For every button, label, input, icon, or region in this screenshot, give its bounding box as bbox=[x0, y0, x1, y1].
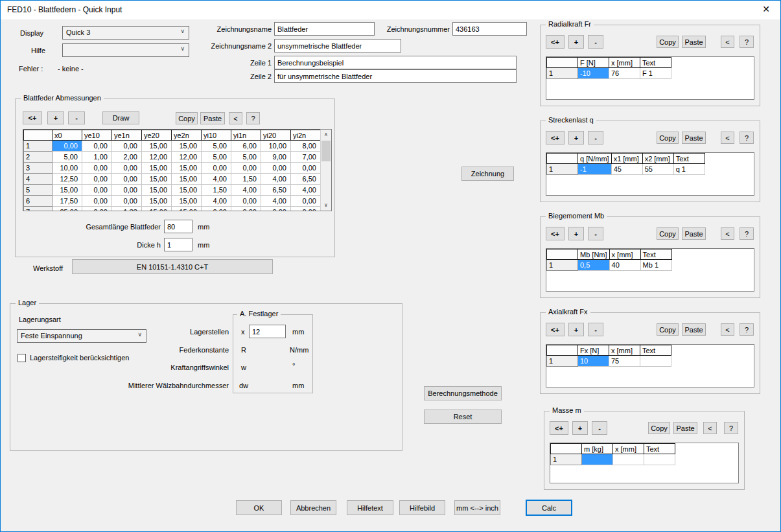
table-cell[interactable]: 0,00 bbox=[231, 196, 261, 207]
table-cell[interactable]: 12,00 bbox=[172, 152, 202, 163]
copy-button[interactable]: Copy bbox=[657, 323, 679, 336]
row-header[interactable]: 5 bbox=[24, 185, 52, 196]
table-cell[interactable]: 4,00 bbox=[202, 196, 231, 207]
table-cell[interactable]: 76 bbox=[609, 68, 640, 79]
zeichnungsname2-input[interactable] bbox=[274, 39, 401, 52]
draw-button[interactable]: Draw bbox=[102, 111, 139, 124]
table-cell[interactable]: 0,00 bbox=[82, 163, 112, 174]
vertical-scrollbar[interactable]: ∧ ∨ bbox=[320, 130, 331, 211]
close-icon[interactable]: ✕ bbox=[762, 4, 770, 14]
paste-button[interactable]: Paste bbox=[682, 227, 706, 240]
table-cell[interactable]: 15,00 bbox=[142, 174, 172, 185]
copy-button[interactable]: Copy bbox=[648, 422, 670, 434]
help-button[interactable]: ? bbox=[740, 227, 754, 240]
paste-button[interactable]: Paste bbox=[673, 422, 697, 434]
table-cell[interactable]: 15,00 bbox=[52, 185, 82, 196]
scroll-down-icon[interactable]: ∨ bbox=[321, 200, 331, 211]
add-row-left-button[interactable]: <+ bbox=[546, 227, 565, 240]
row-header[interactable]: 1 bbox=[547, 164, 578, 175]
table-cell[interactable]: 0,00 bbox=[52, 141, 82, 152]
reset-button[interactable]: Reset bbox=[424, 410, 502, 424]
table-cell[interactable]: 15,00 bbox=[172, 174, 202, 185]
remove-row-button[interactable]: - bbox=[68, 111, 85, 124]
paste-button[interactable]: Paste bbox=[682, 323, 706, 336]
table-cell[interactable]: 0,00 bbox=[82, 141, 112, 152]
table-cell[interactable]: 4,00 bbox=[231, 185, 261, 196]
table-cell[interactable]: 75 bbox=[609, 356, 640, 367]
table-cell[interactable]: 17,50 bbox=[52, 196, 82, 207]
back-button[interactable]: < bbox=[721, 323, 734, 336]
table-cell[interactable]: 0,00 bbox=[231, 207, 261, 212]
table-cell[interactable]: 7,00 bbox=[291, 152, 321, 163]
zeichnungsnummer-input[interactable] bbox=[452, 22, 527, 36]
dicke-input[interactable] bbox=[164, 238, 192, 251]
zeichnungsname-input[interactable] bbox=[274, 22, 375, 36]
table-cell[interactable]: 0,00 bbox=[112, 163, 142, 174]
hilfebild-button[interactable]: Hilfebild bbox=[399, 500, 445, 515]
table-cell[interactable]: 1,50 bbox=[202, 185, 231, 196]
scroll-up-icon[interactable]: ∧ bbox=[321, 130, 331, 140]
hilfe-dropdown[interactable]: ∨ bbox=[62, 43, 189, 57]
table-cell[interactable] bbox=[644, 454, 675, 465]
cancel-button[interactable]: Abbrechen bbox=[290, 500, 336, 515]
hilfetext-button[interactable]: Hilfetext bbox=[347, 500, 393, 515]
add-row-button[interactable]: + bbox=[568, 35, 584, 49]
help-button[interactable]: ? bbox=[740, 132, 754, 144]
row-header[interactable]: 1 bbox=[547, 260, 578, 271]
table-cell[interactable]: 4,00 bbox=[202, 174, 231, 185]
table-cell[interactable]: 10,00 bbox=[261, 141, 291, 152]
table-cell[interactable]: 10 bbox=[578, 356, 609, 367]
row-header[interactable]: 3 bbox=[24, 163, 52, 174]
copy-button[interactable]: Copy bbox=[657, 132, 679, 144]
table-cell[interactable]: 6,50 bbox=[291, 174, 321, 185]
table-cell[interactable]: 0,00 bbox=[291, 207, 321, 212]
scrollbar-thumb[interactable] bbox=[321, 141, 331, 161]
table-cell[interactable]: 5,00 bbox=[231, 152, 261, 163]
table-cell[interactable]: 0,00 bbox=[82, 174, 112, 185]
remove-row-button[interactable]: - bbox=[588, 227, 603, 240]
row-header[interactable]: 6 bbox=[24, 196, 52, 207]
table-cell[interactable]: 10,00 bbox=[52, 163, 82, 174]
table-cell[interactable]: 1,50 bbox=[231, 174, 261, 185]
add-row-button[interactable]: + bbox=[568, 227, 584, 240]
table-cell[interactable]: 0,00 bbox=[112, 185, 142, 196]
table-cell[interactable]: 15,00 bbox=[172, 196, 202, 207]
remove-row-button[interactable]: - bbox=[588, 35, 603, 49]
help-button[interactable]: ? bbox=[740, 323, 754, 336]
back-button[interactable]: < bbox=[721, 132, 734, 144]
calc-button[interactable]: Calc bbox=[526, 500, 572, 516]
table-cell[interactable]: 0,00 bbox=[231, 163, 261, 174]
table-cell[interactable]: 0,00 bbox=[291, 163, 321, 174]
remove-row-button[interactable]: - bbox=[588, 131, 603, 145]
festlager-x-input[interactable] bbox=[249, 325, 286, 338]
table-cell[interactable]: 40 bbox=[609, 260, 640, 271]
table-cell[interactable]: 0,00 bbox=[261, 207, 291, 212]
table-cell[interactable]: 0,00 bbox=[202, 207, 231, 212]
table-cell[interactable]: 0,00 bbox=[202, 163, 231, 174]
table-cell[interactable]: 1,33 bbox=[112, 207, 142, 212]
row-header[interactable]: 1 bbox=[551, 454, 582, 465]
add-row-left-button[interactable]: <+ bbox=[546, 131, 565, 145]
table-cell[interactable]: 0,00 bbox=[112, 174, 142, 185]
zeichnung-button[interactable]: Zeichnung bbox=[461, 167, 514, 181]
add-row-left-button[interactable]: <+ bbox=[23, 111, 42, 124]
table-cell[interactable]: 15,00 bbox=[142, 207, 172, 212]
back-button[interactable]: < bbox=[721, 227, 734, 240]
table-cell[interactable]: 12,00 bbox=[142, 152, 172, 163]
table-cell[interactable]: 25,00 bbox=[52, 207, 82, 212]
add-row-left-button[interactable]: <+ bbox=[546, 35, 565, 49]
table-cell[interactable]: 0,5 bbox=[578, 260, 610, 271]
table-cell[interactable]: 0,00 bbox=[291, 196, 321, 207]
display-dropdown[interactable]: Quick 3 ∨ bbox=[62, 26, 189, 40]
table-cell[interactable]: 1,00 bbox=[82, 152, 112, 163]
lagersteifigkeit-checkbox[interactable] bbox=[17, 354, 26, 362]
table-cell[interactable]: F 1 bbox=[640, 68, 671, 79]
table-cell[interactable]: 5,00 bbox=[202, 152, 231, 163]
table-cell[interactable]: 15,00 bbox=[172, 185, 202, 196]
table-cell[interactable]: 0,00 bbox=[82, 185, 112, 196]
table-cell[interactable]: 5,00 bbox=[202, 141, 231, 152]
zeile2-input[interactable] bbox=[274, 69, 517, 83]
table-cell[interactable]: q 1 bbox=[673, 164, 705, 175]
row-header[interactable]: 1 bbox=[24, 141, 52, 152]
table-cell[interactable]: 0,00 bbox=[82, 196, 112, 207]
